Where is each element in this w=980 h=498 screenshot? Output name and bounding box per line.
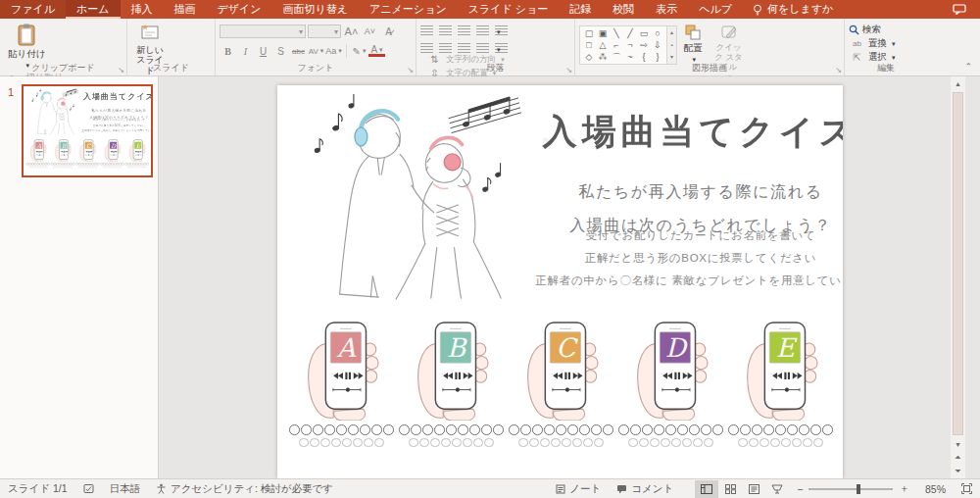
tab-file[interactable]: ファイル <box>0 0 66 19</box>
normal-view-button[interactable] <box>695 480 718 498</box>
vote-circle <box>628 438 638 448</box>
shape-glyph[interactable]: ▭ <box>637 27 651 39</box>
clear-formatting-button[interactable]: A̷ <box>380 25 397 38</box>
justify-icon[interactable] <box>476 43 489 53</box>
change-case-button[interactable]: Aa <box>325 45 342 58</box>
shape-glyph[interactable]: □ <box>582 39 596 51</box>
vote-circle <box>119 163 121 165</box>
progress-slider-icon <box>85 155 92 156</box>
reading-view-button[interactable] <box>742 480 765 498</box>
shape-glyph[interactable]: ▣ <box>596 27 610 39</box>
replace-button[interactable]: ab 置換 <box>849 37 896 50</box>
scroll-up-icon[interactable]: ▴ <box>951 76 965 90</box>
increase-indent-icon[interactable] <box>476 25 489 35</box>
accessibility-status[interactable]: アクセシビリティ: 検討が必要です <box>148 479 341 498</box>
find-button[interactable]: 検索 <box>849 24 896 36</box>
drawing-dialog-launcher[interactable]: ↘ <box>835 66 842 75</box>
shapes-gallery-scrollbar[interactable]: ▴▪▾ <box>667 25 677 65</box>
tab-home[interactable]: ホーム <box>66 0 121 19</box>
shape-glyph[interactable]: ▢ <box>582 27 596 39</box>
slide-subtitle[interactable]: 私たちが再入場する際に流れる 入場曲は次のうちどれでしょう？ <box>74 107 151 122</box>
bold-button[interactable]: B <box>220 45 236 58</box>
tab-slideshow[interactable]: スライド ショー <box>458 0 560 19</box>
slide-thumbnail[interactable]: 入場曲当てクイズ 私たちが再入場する際に流れる 入場曲は次のうちどれでしょう？ … <box>22 84 153 177</box>
font-dialog-launcher[interactable]: ↘ <box>407 66 414 75</box>
slide-title[interactable]: 入場曲当てクイズ <box>77 91 152 102</box>
zoom-slider-thumb[interactable] <box>857 484 860 494</box>
slide-body-text[interactable]: 受付でお配りしたカードにお名前を書いて 正解だと思う形のBOXに投票してください… <box>485 224 843 292</box>
choice-letter: E <box>775 332 797 363</box>
zoom-level[interactable]: 85% <box>917 479 954 498</box>
font-name-combo[interactable]: ▾ <box>220 25 306 38</box>
slide-canvas[interactable]: 入場曲当てクイズ 私たちが再入場する際に流れる 入場曲は次のうちどれでしょう？ … <box>277 85 843 478</box>
text-shadow-button[interactable]: S <box>272 45 289 58</box>
tab-view[interactable]: 表示 <box>645 0 688 19</box>
shape-glyph[interactable]: ¬ <box>623 39 637 51</box>
shapes-gallery[interactable]: ▢▣╲╱▭○□△⌐¬⇨⇩◇⁂⌒~{} <box>579 25 667 65</box>
fit-to-window-button[interactable] <box>954 479 980 498</box>
grow-font-button[interactable]: A˄ <box>343 25 360 38</box>
vote-circle <box>701 424 711 435</box>
slide-body-text[interactable]: 受付でお配りしたカードにお名前を書いて 正解だと思う形のBOXに投票してください… <box>71 118 151 133</box>
character-spacing-button[interactable]: AV <box>308 45 324 58</box>
clipboard-dialog-launcher[interactable]: ↘ <box>118 66 124 75</box>
scrollbar-thumb[interactable] <box>953 92 963 435</box>
vertical-scrollbar[interactable]: ▴ ▾ ⏶ ⏷ <box>951 76 965 478</box>
tab-help[interactable]: ヘルプ <box>688 0 743 19</box>
shape-glyph[interactable]: ⌐ <box>610 39 623 51</box>
align-center-icon[interactable] <box>439 43 452 53</box>
numbering-icon[interactable] <box>439 25 452 35</box>
language-indicator[interactable]: 日本語 <box>102 479 149 498</box>
tab-draw[interactable]: 描画 <box>164 0 207 19</box>
shape-glyph[interactable]: ⇩ <box>651 39 664 51</box>
line-spacing-icon[interactable] <box>495 25 508 35</box>
comments-pane-icon[interactable] <box>953 4 966 15</box>
previous-slide-icon[interactable]: ⏶ <box>951 451 965 465</box>
zoom-out-button[interactable]: − <box>789 479 803 498</box>
vote-circles-row <box>28 166 48 168</box>
next-slide-icon[interactable]: ⏷ <box>951 465 965 478</box>
tab-design[interactable]: デザイン <box>207 0 272 19</box>
paragraph-dialog-launcher[interactable]: ↘ <box>565 66 572 75</box>
slideshow-view-button[interactable] <box>765 480 789 498</box>
shape-glyph[interactable]: ╱ <box>623 27 637 39</box>
scroll-down-icon[interactable]: ▾ <box>951 437 965 451</box>
zoom-slider[interactable] <box>808 488 893 490</box>
groom-headphones-icon <box>41 92 51 100</box>
slide-title[interactable]: 入場曲当てクイズ <box>514 109 843 155</box>
zoom-in-button[interactable]: ＋ <box>899 479 917 498</box>
tell-me-box[interactable]: 何をしますか <box>743 0 843 19</box>
align-right-icon[interactable] <box>458 43 470 53</box>
accessibility-icon <box>156 483 167 494</box>
align-left-icon[interactable] <box>420 43 433 53</box>
highlight-color-button[interactable]: ✎ <box>351 45 368 58</box>
notes-button[interactable]: ノート <box>548 479 609 498</box>
answer-choice: B <box>401 319 502 447</box>
shape-glyph[interactable]: ╲ <box>610 27 623 39</box>
tab-record[interactable]: 記録 <box>559 0 602 19</box>
underline-button[interactable]: U <box>255 45 271 58</box>
playback-controls-icon <box>61 151 68 153</box>
shape-glyph[interactable]: ⇨ <box>637 39 651 51</box>
tab-insert[interactable]: 挿入 <box>121 0 164 19</box>
shape-glyph[interactable]: ○ <box>651 27 664 39</box>
collapse-ribbon-button[interactable]: ⌃ <box>964 62 972 72</box>
tab-animations[interactable]: アニメーション <box>359 0 458 19</box>
font-color-button[interactable]: A <box>368 45 385 57</box>
italic-button[interactable]: I <box>237 45 254 58</box>
columns-icon[interactable] <box>495 43 508 53</box>
decrease-indent-icon[interactable] <box>458 25 470 35</box>
comments-button[interactable]: コメント <box>609 479 681 498</box>
shape-glyph[interactable]: △ <box>596 39 610 51</box>
tab-review[interactable]: 校閲 <box>602 0 645 19</box>
arrange-button[interactable]: 配置 <box>680 22 707 66</box>
spell-check-icon[interactable] <box>75 479 102 498</box>
bullets-icon[interactable] <box>420 25 433 35</box>
slide-indicator[interactable]: スライド 1/1 <box>0 479 75 498</box>
slide-sorter-view-button[interactable] <box>718 480 742 498</box>
shrink-font-button[interactable]: A˅ <box>362 25 378 38</box>
tab-transitions[interactable]: 画面切り替え <box>272 0 360 19</box>
strikethrough-button[interactable]: abc <box>290 45 307 58</box>
font-size-combo[interactable]: ▾ <box>308 25 341 38</box>
vote-circles-row <box>53 166 73 168</box>
